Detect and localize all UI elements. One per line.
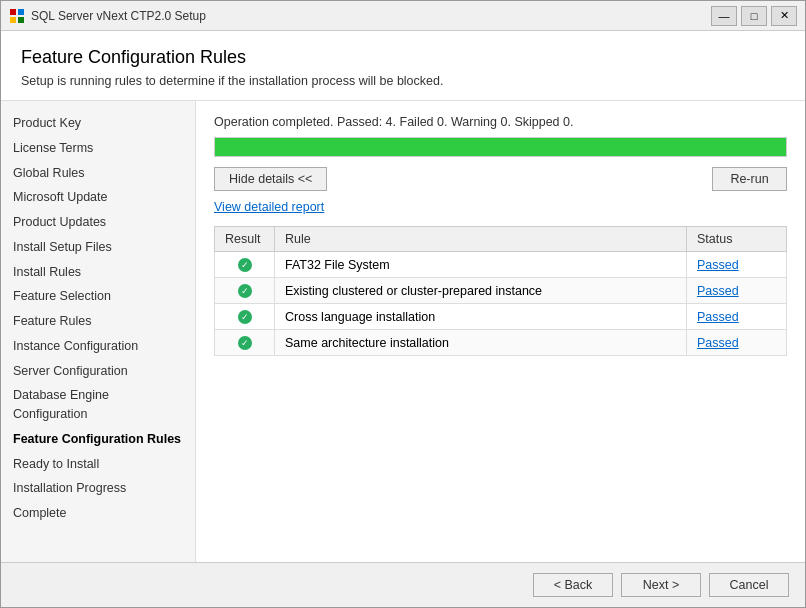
rerun-button[interactable]: Re-run <box>712 167 787 191</box>
operation-status: Operation completed. Passed: 4. Failed 0… <box>214 115 787 129</box>
svg-rect-0 <box>10 9 16 15</box>
sidebar-item-complete[interactable]: Complete <box>1 501 195 526</box>
col-header-result: Result <box>215 227 275 252</box>
content-area: Operation completed. Passed: 4. Failed 0… <box>196 101 805 562</box>
rule-cell: FAT32 File System <box>275 252 687 278</box>
view-report-link[interactable]: View detailed report <box>214 200 324 214</box>
sidebar-item-instance-configuration[interactable]: Instance Configuration <box>1 334 195 359</box>
sidebar-item-product-key[interactable]: Product Key <box>1 111 195 136</box>
maximize-button[interactable]: □ <box>741 6 767 26</box>
sidebar-item-database-engine-configuration[interactable]: Database Engine Configuration <box>1 383 195 427</box>
sidebar-item-install-setup-files[interactable]: Install Setup Files <box>1 235 195 260</box>
sidebar-item-license-terms[interactable]: License Terms <box>1 136 195 161</box>
next-button[interactable]: Next > <box>621 573 701 597</box>
button-row: Hide details << Re-run <box>214 167 787 191</box>
sidebar-item-feature-selection[interactable]: Feature Selection <box>1 284 195 309</box>
rule-cell: Cross language installation <box>275 304 687 330</box>
status-cell[interactable]: Passed <box>687 252 787 278</box>
page-title: Feature Configuration Rules <box>21 47 785 68</box>
window-title: SQL Server vNext CTP2.0 Setup <box>31 9 711 23</box>
svg-rect-2 <box>10 17 16 23</box>
minimize-button[interactable]: — <box>711 6 737 26</box>
passed-link[interactable]: Passed <box>697 258 739 272</box>
window-controls: — □ ✕ <box>711 6 797 26</box>
check-icon: ✓ <box>238 310 252 324</box>
sidebar-item-global-rules[interactable]: Global Rules <box>1 161 195 186</box>
check-icon: ✓ <box>238 258 252 272</box>
table-row: ✓Cross language installationPassed <box>215 304 787 330</box>
passed-link[interactable]: Passed <box>697 336 739 350</box>
page-subtitle: Setup is running rules to determine if t… <box>21 74 785 88</box>
check-icon: ✓ <box>238 284 252 298</box>
svg-rect-1 <box>18 9 24 15</box>
header-section: Feature Configuration Rules Setup is run… <box>1 31 805 101</box>
result-cell: ✓ <box>215 304 275 330</box>
sidebar-item-installation-progress[interactable]: Installation Progress <box>1 476 195 501</box>
rule-cell: Same architecture installation <box>275 330 687 356</box>
app-icon <box>9 8 25 24</box>
sidebar-item-server-configuration[interactable]: Server Configuration <box>1 359 195 384</box>
sidebar-item-product-updates[interactable]: Product Updates <box>1 210 195 235</box>
titlebar: SQL Server vNext CTP2.0 Setup — □ ✕ <box>1 1 805 31</box>
status-cell[interactable]: Passed <box>687 330 787 356</box>
passed-link[interactable]: Passed <box>697 284 739 298</box>
result-cell: ✓ <box>215 330 275 356</box>
result-cell: ✓ <box>215 252 275 278</box>
result-cell: ✓ <box>215 278 275 304</box>
table-row: ✓Existing clustered or cluster-prepared … <box>215 278 787 304</box>
cancel-button[interactable]: Cancel <box>709 573 789 597</box>
main-area: Product KeyLicense TermsGlobal RulesMicr… <box>1 101 805 562</box>
sidebar-item-ready-to-install[interactable]: Ready to Install <box>1 452 195 477</box>
progress-bar-fill <box>215 138 786 156</box>
sidebar-item-feature-rules[interactable]: Feature Rules <box>1 309 195 334</box>
status-cell[interactable]: Passed <box>687 278 787 304</box>
sidebar-item-microsoft-update[interactable]: Microsoft Update <box>1 185 195 210</box>
table-row: ✓FAT32 File SystemPassed <box>215 252 787 278</box>
rules-table: Result Rule Status ✓FAT32 File SystemPas… <box>214 226 787 356</box>
sidebar-item-feature-configuration-rules[interactable]: Feature Configuration Rules <box>1 427 195 452</box>
main-window: SQL Server vNext CTP2.0 Setup — □ ✕ Feat… <box>0 0 806 608</box>
back-button[interactable]: < Back <box>533 573 613 597</box>
sidebar: Product KeyLicense TermsGlobal RulesMicr… <box>1 101 196 562</box>
close-button[interactable]: ✕ <box>771 6 797 26</box>
rule-cell: Existing clustered or cluster-prepared i… <box>275 278 687 304</box>
svg-rect-3 <box>18 17 24 23</box>
col-header-status: Status <box>687 227 787 252</box>
col-header-rule: Rule <box>275 227 687 252</box>
passed-link[interactable]: Passed <box>697 310 739 324</box>
footer: < Back Next > Cancel <box>1 562 805 607</box>
check-icon: ✓ <box>238 336 252 350</box>
sidebar-item-install-rules[interactable]: Install Rules <box>1 260 195 285</box>
hide-details-button[interactable]: Hide details << <box>214 167 327 191</box>
progress-bar-container <box>214 137 787 157</box>
table-row: ✓Same architecture installationPassed <box>215 330 787 356</box>
status-cell[interactable]: Passed <box>687 304 787 330</box>
